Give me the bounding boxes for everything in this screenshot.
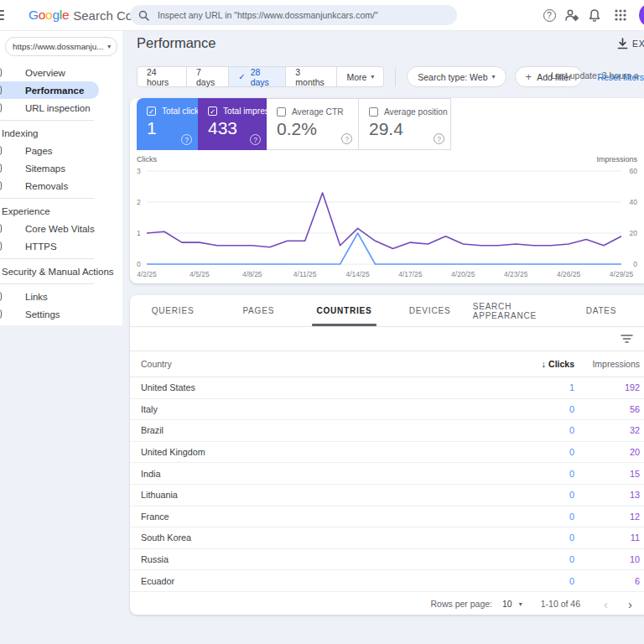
sidebar-item-sitemaps[interactable]: Sitemaps [0,159,122,177]
avatar[interactable] [639,3,644,27]
filter-list-icon[interactable] [621,334,633,344]
tile-label: Average position [384,107,448,117]
left-axis-title: Clicks [137,155,157,164]
apps-grid-icon[interactable] [613,8,628,23]
sidebar-item-label: Settings [25,309,60,319]
range-7-days[interactable]: 7 days [187,66,229,87]
https-icon [0,242,5,252]
checkbox-checked-icon[interactable] [208,106,217,116]
next-page-button[interactable]: › [628,598,632,610]
performance-chart[interactable]: ClicksImpressions001202403604/2/254/5/25… [130,152,644,283]
table-row[interactable]: South Korea011 [130,527,644,549]
impressions-cell: 192 [574,382,644,392]
sidebar-section-experience[interactable]: Experience [0,202,122,220]
range-24-hours[interactable]: 24 hours [137,66,187,87]
x-tick-label: 4/26/25 [557,270,581,278]
tab-dates[interactable]: DATES [558,295,644,326]
logo-letter: o [39,8,45,23]
menu-icon[interactable] [0,10,4,23]
total-impressions-tile[interactable]: Total impressions 433 [198,98,267,150]
notifications-icon[interactable] [587,8,602,23]
table-row[interactable]: United States1192 [130,377,644,399]
manage-users-icon[interactable] [564,8,579,23]
sidebar-item-label: Core Web Vitals [25,224,95,234]
search-type-filter[interactable]: Search type: Web [407,66,506,87]
last-update-text: Last update: 3 hours a [551,70,639,80]
table-row[interactable]: Lithuania013 [130,485,644,506]
checkbox-checked-icon[interactable] [147,106,156,116]
average-ctr-tile[interactable]: Average CTR 0.2% [267,98,359,150]
average-position-tile[interactable]: Average position 29.4 [359,98,451,150]
column-header-clicks[interactable]: Clicks [507,359,574,369]
help-icon[interactable] [434,133,444,144]
right-tick-label: 20 [630,229,638,237]
help-icon[interactable] [181,134,192,145]
tab-countries[interactable]: COUNTRIES [301,295,387,326]
appbar-icons [542,0,644,30]
sidebar-item-label: Sitemaps [25,164,65,174]
clicks-cell: 0 [507,469,574,479]
plus-icon: + [526,70,532,83]
range-28-days[interactable]: 28 days [229,66,286,87]
pagination-range: 1-10 of 46 [541,599,580,609]
logo-letter: g [52,8,59,23]
right-tick-label: 60 [630,167,638,175]
country-cell: Ecuador [130,576,507,586]
tile-label: Total clicks [162,106,203,116]
impressions-cell: 12 [574,512,644,522]
sidebar-item-url-inspection[interactable]: URL inspection [0,99,122,117]
sort-desc-icon [542,359,546,369]
logo-letter: e [62,8,69,23]
chevron-down-icon [519,600,522,608]
table-header-row: Country Clicks Impressions [130,351,644,377]
table-row[interactable]: Ecuador06 [130,570,644,592]
column-header-country[interactable]: Country [130,359,507,369]
help-icon[interactable] [250,134,261,145]
sidebar-item-links[interactable]: Links [0,288,122,305]
sidebar-item-removals[interactable]: Removals [0,177,122,195]
removals-icon [0,181,5,191]
table-row[interactable]: Italy056 [130,399,644,421]
sidebar-item-label: Overview [25,68,65,78]
tab-search-appearance[interactable]: SEARCH APPEARANCE [473,295,558,326]
property-selector[interactable]: https://www.dossmanju... [5,37,117,56]
sidebar-item-performance[interactable]: Performance [0,81,99,99]
checkbox-unchecked-icon[interactable] [369,107,378,117]
sidebar-item-settings[interactable]: Settings [0,305,122,323]
tab-pages[interactable]: PAGES [216,295,301,326]
tab-queries[interactable]: QUERIES [130,295,216,326]
sidebar-section-indexing[interactable]: Indexing [0,124,122,142]
table-row[interactable]: Russia010 [130,549,644,571]
table-row[interactable]: United Kingdom020 [130,442,644,464]
sidebar-item-https[interactable]: HTTPS [0,237,122,255]
previous-page-button[interactable]: ‹ [604,598,608,610]
impressions-cell: 56 [574,404,644,414]
sidebar-item-pages[interactable]: Pages [0,142,122,159]
clicks-cell: 0 [507,554,574,564]
sidebar-section-security[interactable]: Security & Manual Actions [0,262,122,280]
export-button[interactable]: EXPORT [617,38,644,49]
rows-per-page-select[interactable]: 10 [502,599,512,609]
help-icon[interactable] [341,133,352,144]
impressions-cell: 10 [574,554,644,564]
sidebar-item-overview[interactable]: Overview [0,64,122,81]
table-row[interactable]: France012 [130,506,644,528]
table-row[interactable]: Brazil032 [130,420,644,442]
tab-devices[interactable]: DEVICES [387,295,473,326]
clicks-cell: 0 [507,425,574,435]
impressions-cell: 6 [574,576,644,586]
url-inspect-searchbox[interactable] [130,5,457,25]
dimension-tabs: QUERIES PAGES COUNTRIES DEVICES SEARCH A… [130,295,644,327]
clicks-cell: 0 [507,447,574,457]
column-header-impressions[interactable]: Impressions [574,359,644,369]
table-row[interactable]: India015 [130,463,644,485]
sidebar-item-label: HTTPS [25,242,57,252]
range-3-months[interactable]: 3 months [286,66,337,87]
range-more-button[interactable]: More [337,66,384,87]
total-clicks-tile[interactable]: Total clicks 1 [137,98,198,150]
url-inspect-input[interactable] [156,9,449,21]
settings-icon [0,309,5,319]
checkbox-unchecked-icon[interactable] [277,107,286,117]
sidebar-item-core-web-vitals[interactable]: Core Web Vitals [0,220,122,237]
help-icon[interactable] [542,8,557,23]
